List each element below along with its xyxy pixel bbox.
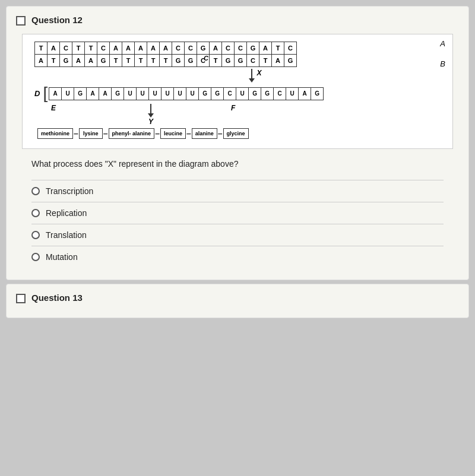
- dna-cell-strand2: T: [159, 54, 172, 67]
- dna-cell-strand2: T: [134, 54, 147, 67]
- dna-cell-strand2: G: [97, 54, 110, 67]
- radio-transcription[interactable]: [31, 187, 40, 195]
- mrna-cell: C: [223, 87, 236, 100]
- arrow-y-head: [148, 113, 154, 118]
- answer-replication[interactable]: Replication: [31, 208, 453, 218]
- mrna-cell: U: [161, 87, 174, 100]
- mrna-cell: A: [298, 87, 311, 100]
- mrna-cell: A: [49, 87, 62, 100]
- mrna-cell: U: [136, 87, 149, 100]
- dna-cell-strand2: G: [172, 54, 185, 67]
- mrna-row: AUGAAGUUUUUUGGCUGGCUAG: [49, 87, 323, 100]
- mrna-cell: U: [186, 87, 199, 100]
- dna-cell-strand2: A: [34, 54, 48, 67]
- arrow-x-area: X: [34, 69, 441, 82]
- dna-cell-strand2: A: [84, 54, 97, 67]
- answer-replication-label: Replication: [46, 208, 87, 218]
- mrna-cell: G: [248, 87, 261, 100]
- dna-cell-strand2: A: [72, 54, 85, 67]
- dna-cell-strand1: C: [284, 42, 297, 55]
- question-text: What process does "X" represent in the d…: [31, 158, 453, 170]
- radio-replication[interactable]: [31, 209, 40, 217]
- dna-cell-strand1: A: [159, 42, 172, 55]
- arrow-y: [148, 104, 154, 118]
- dna-cell-strand2: C: [246, 54, 259, 67]
- dna-cell-strand2: T: [147, 54, 160, 67]
- divider-0: [31, 180, 444, 180]
- dna-cell-strand1: A: [147, 42, 160, 55]
- mrna-cell: C: [273, 87, 286, 100]
- dna-cell-strand1: C: [97, 42, 110, 55]
- mrna-section: D [ AUGAAGUUUUUUGGCUGGCUAG: [34, 85, 441, 101]
- dna-cell-strand2: T: [259, 54, 272, 67]
- dna-diagram: A B TACTTCAAAAACCGACCGATC ATGAAGTTTTTGGC…: [22, 34, 453, 149]
- label-a: A: [440, 39, 445, 48]
- label-c: C: [204, 55, 208, 62]
- dna-cell-strand2: T: [109, 54, 122, 67]
- mrna-cell: G: [74, 87, 87, 100]
- label-e: E: [51, 104, 56, 112]
- dna-cell-strand1: A: [109, 42, 122, 55]
- answer-translation[interactable]: Translation: [31, 230, 453, 240]
- dna-strand-2: ATGAAGTTTTTGGCTGGCTAG: [34, 54, 296, 66]
- mrna-cell: U: [61, 87, 74, 100]
- mrna-cell: U: [236, 87, 249, 100]
- radio-mutation[interactable]: [31, 253, 40, 261]
- dna-cell-strand2: G: [59, 54, 72, 67]
- amino-dash: –: [103, 129, 108, 138]
- question-13-title: Question 13: [31, 293, 83, 303]
- dna-cell-strand1: C: [221, 42, 235, 55]
- label-f: F: [231, 104, 235, 112]
- dna-double-strand: TACTTCAAAAACCGACCGATC ATGAAGTTTTTGGCTGGC…: [34, 42, 296, 66]
- dna-cell-strand2: G: [184, 54, 197, 67]
- dna-cell-strand1: C: [234, 42, 247, 55]
- mrna-cell: U: [148, 87, 162, 100]
- question-header: Question 12: [16, 15, 459, 26]
- y-label: Y: [148, 118, 153, 126]
- amino-cell: lysine: [79, 128, 103, 139]
- mrna-cell: G: [261, 87, 274, 100]
- radio-translation[interactable]: [31, 231, 40, 239]
- question-12-card: Question 12 A B TACTTCAAAAACCGACCGATC AT…: [6, 6, 469, 280]
- dna-cell-strand1: A: [209, 42, 222, 55]
- mrna-cell: G: [311, 87, 324, 100]
- arrow-y-shaft: [150, 104, 151, 113]
- label-b: B: [440, 59, 445, 68]
- amino-cell: glycine: [223, 128, 249, 139]
- arrow-x-head: [249, 78, 255, 82]
- bracket-left: [: [43, 85, 48, 101]
- answer-mutation[interactable]: Mutation: [31, 252, 453, 262]
- amino-dash: –: [186, 129, 191, 138]
- dna-cell-strand1: C: [172, 42, 185, 55]
- amino-dash: –: [155, 129, 160, 138]
- question-13-card: Question 13: [6, 284, 469, 318]
- amino-cell: methionine: [37, 128, 73, 139]
- dna-cell-strand2: A: [271, 54, 284, 67]
- dna-cell-strand2: G: [284, 54, 297, 67]
- mrna-cell: U: [173, 87, 186, 100]
- question-13-header: Question 13: [16, 293, 459, 303]
- mrna-cell: G: [111, 87, 124, 100]
- divider-1: [31, 202, 444, 202]
- dna-cell-strand2: G: [221, 54, 235, 67]
- page-container: Question 12 A B TACTTCAAAAACCGACCGATC AT…: [0, 0, 475, 324]
- dna-cell-strand2: T: [47, 54, 60, 67]
- answer-transcription[interactable]: Transcription: [31, 186, 453, 196]
- dna-cell-strand1: A: [134, 42, 147, 55]
- label-d: D: [34, 89, 40, 98]
- arrow-y-area: Y: [148, 104, 154, 126]
- mrna-cell: G: [211, 87, 224, 100]
- ef-y-area: E Y F: [34, 104, 441, 126]
- question-12-checkbox[interactable]: [16, 16, 26, 26]
- mrna-cell: A: [99, 87, 112, 100]
- dna-cell-strand1: T: [271, 42, 284, 55]
- dna-cell-strand2: T: [209, 54, 222, 67]
- mrna-cell: A: [86, 87, 99, 100]
- dna-cell-strand1: A: [47, 42, 60, 55]
- arrow-x-shaft: [251, 69, 252, 78]
- amino-dash: –: [74, 129, 78, 138]
- question-13-checkbox[interactable]: [16, 294, 26, 303]
- divider-2: [31, 224, 444, 224]
- dna-cell-strand1: A: [122, 42, 135, 55]
- answer-translation-label: Translation: [46, 230, 87, 240]
